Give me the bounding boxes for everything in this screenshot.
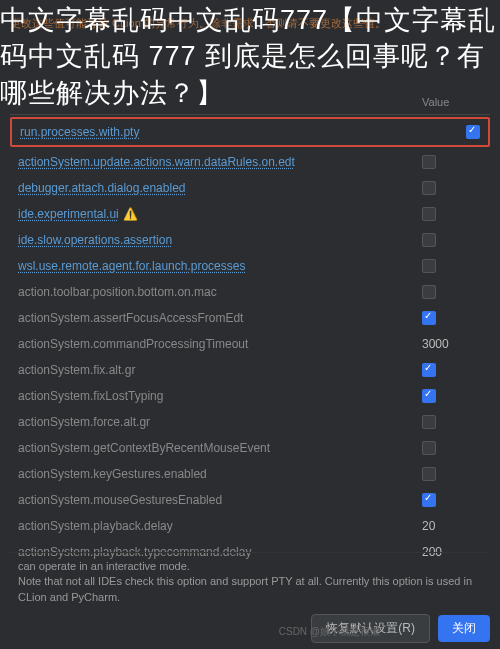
checkbox-unchecked-icon[interactable] [422, 285, 436, 299]
table-row[interactable]: ide.experimental.ui⚠️ [10, 201, 490, 227]
value-text: 20 [422, 519, 435, 533]
row-name: actionSystem.assertFocusAccessFromEdt [18, 311, 422, 325]
table-row[interactable]: wsl.use.remote.agent.for.launch.processe… [10, 253, 490, 279]
checkbox-checked-icon[interactable] [466, 125, 480, 139]
table-row[interactable]: actionSystem.update.actions.warn.dataRul… [10, 149, 490, 175]
description-line-2: Note that not all IDEs check this option… [18, 574, 482, 605]
highlighted-row-name: run.processes.with.pty [20, 125, 466, 139]
highlighted-row-value[interactable] [466, 125, 480, 139]
row-value[interactable] [422, 415, 482, 429]
description-line-1: can operate in an interactive mode. [18, 559, 482, 574]
row-name: debugger.attach.dialog.enabled [18, 181, 422, 195]
row-name: ide.slow.operations.assertion [18, 233, 422, 247]
csdn-watermark: CSDN @娘子就是很懒 [279, 625, 380, 639]
row-name: actionSystem.mouseGesturesEnabled [18, 493, 422, 507]
article-title-overlay: 中文字幕乱码中文乱码777【中文字幕乱码中文乱码 777 到底是怎么回事呢？有哪… [0, 0, 500, 113]
highlighted-row[interactable]: run.processes.with.pty [10, 117, 490, 147]
table-row[interactable]: actionSystem.keyGestures.enabled [10, 461, 490, 487]
row-value[interactable] [422, 467, 482, 481]
row-name: actionSystem.fixLostTyping [18, 389, 422, 403]
row-value[interactable] [422, 363, 482, 377]
checkbox-unchecked-icon[interactable] [422, 467, 436, 481]
table-row[interactable]: actionSystem.force.alt.gr [10, 409, 490, 435]
table-row[interactable]: actionSystem.getContextByRecentMouseEven… [10, 435, 490, 461]
row-name: actionSystem.force.alt.gr [18, 415, 422, 429]
checkbox-unchecked-icon[interactable] [422, 155, 436, 169]
row-value[interactable] [422, 155, 482, 169]
checkbox-checked-icon[interactable] [422, 493, 436, 507]
checkbox-unchecked-icon[interactable] [422, 259, 436, 273]
row-value[interactable] [422, 441, 482, 455]
value-text: 3000 [422, 337, 449, 351]
row-name: actionSystem.getContextByRecentMouseEven… [18, 441, 422, 455]
checkbox-unchecked-icon[interactable] [422, 207, 436, 221]
registry-table: Value run.processes.with.pty actionSyste… [0, 90, 500, 589]
row-value[interactable]: 20 [422, 519, 482, 533]
row-value[interactable]: 3000 [422, 337, 482, 351]
checkbox-unchecked-icon[interactable] [422, 233, 436, 247]
row-name: actionSystem.fix.alt.gr [18, 363, 422, 377]
checkbox-unchecked-icon[interactable] [422, 415, 436, 429]
row-name: wsl.use.remote.agent.for.launch.processe… [18, 259, 422, 273]
table-row[interactable]: actionSystem.fix.alt.gr [10, 357, 490, 383]
row-value[interactable] [422, 181, 482, 195]
row-value[interactable] [422, 311, 482, 325]
row-value[interactable] [422, 493, 482, 507]
row-name: action.toolbar.position.bottom.on.mac [18, 285, 422, 299]
checkbox-unchecked-icon[interactable] [422, 441, 436, 455]
table-row[interactable]: actionSystem.playback.delay20 [10, 513, 490, 539]
row-value[interactable] [422, 285, 482, 299]
checkbox-checked-icon[interactable] [422, 311, 436, 325]
option-description: can operate in an interactive mode. Note… [10, 552, 490, 611]
row-value[interactable] [422, 233, 482, 247]
row-name: actionSystem.keyGestures.enabled [18, 467, 422, 481]
row-value[interactable] [422, 389, 482, 403]
table-row[interactable]: actionSystem.fixLostTyping [10, 383, 490, 409]
row-name: actionSystem.playback.delay [18, 519, 422, 533]
row-name: actionSystem.commandProcessingTimeout [18, 337, 422, 351]
close-button[interactable]: 关闭 [438, 615, 490, 642]
checkbox-checked-icon[interactable] [422, 363, 436, 377]
table-row[interactable]: actionSystem.assertFocusAccessFromEdt [10, 305, 490, 331]
checkbox-checked-icon[interactable] [422, 389, 436, 403]
table-row[interactable]: ide.slow.operations.assertion [10, 227, 490, 253]
table-row[interactable]: action.toolbar.position.bottom.on.mac [10, 279, 490, 305]
checkbox-unchecked-icon[interactable] [422, 181, 436, 195]
table-row[interactable]: actionSystem.commandProcessingTimeout300… [10, 331, 490, 357]
row-value[interactable] [422, 207, 482, 221]
table-row[interactable]: debugger.attach.dialog.enabled [10, 175, 490, 201]
row-value[interactable] [422, 259, 482, 273]
row-name: actionSystem.update.actions.warn.dataRul… [18, 155, 422, 169]
warning-icon: ⚠️ [123, 207, 138, 221]
row-name: ide.experimental.ui⚠️ [18, 207, 422, 221]
table-row[interactable]: actionSystem.mouseGesturesEnabled [10, 487, 490, 513]
